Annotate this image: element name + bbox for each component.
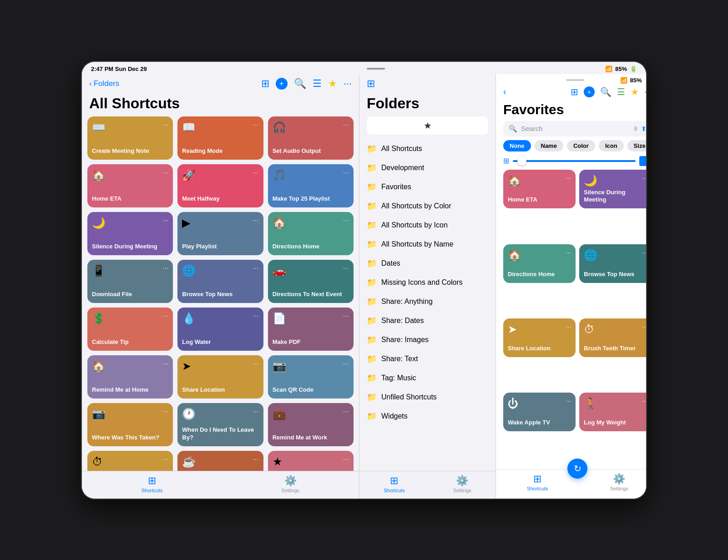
filter-name-button[interactable]: Name (535, 140, 563, 151)
folder-item-share-images[interactable]: 📁 Share: Images (359, 330, 495, 349)
fav-card-log-weight[interactable]: 🚶··· Log My Weight (579, 393, 646, 431)
folder-item-tag-music[interactable]: 📁 Tag: Music (359, 368, 495, 388)
layers-icon[interactable]: ⊞ (261, 78, 269, 90)
card-menu-icon[interactable]: ··· (253, 408, 258, 416)
back-to-folders[interactable]: ‹ Folders (89, 79, 119, 88)
fav-card-share-location[interactable]: ➤··· Share Location (503, 318, 576, 357)
right-layers-icon[interactable]: ⊞ (571, 86, 578, 97)
fav-card-browse-news[interactable]: 🌐··· Browse Top News (579, 244, 646, 283)
filter-none-button[interactable]: None (503, 140, 531, 151)
shortcut-card[interactable]: ⏱··· (87, 451, 173, 471)
card-menu-icon[interactable]: ··· (343, 455, 349, 464)
fav-menu-icon[interactable]: ··· (642, 174, 646, 182)
shortcut-card[interactable]: ➤··· Share Location (177, 355, 263, 399)
favorites-search-bar[interactable]: 🔍 Search 8 ⬆ (503, 121, 646, 136)
card-menu-icon[interactable]: ··· (162, 264, 168, 272)
right-search-icon[interactable]: 🔍 (600, 86, 612, 97)
filter-icon[interactable]: ☰ (313, 78, 322, 90)
folder-item-by-color[interactable]: 📁 All Shortcuts by Color (359, 197, 495, 216)
fav-menu-icon[interactable]: ··· (566, 397, 571, 404)
folder-item-share-text[interactable]: 📁 Share: Text (359, 349, 495, 368)
shortcut-card[interactable]: 💼··· Remind Me at Work (268, 403, 354, 446)
middle-layers-icon[interactable]: ⊞ (367, 78, 375, 90)
right-settings-tab[interactable]: ⚙️ Settings (610, 473, 628, 491)
shortcut-card[interactable]: 🕐··· When Do I Need To Leave By? (177, 403, 263, 446)
right-star-icon[interactable]: ★ (631, 86, 639, 97)
shortcut-card[interactable]: 🚗··· Directions To Next Event (268, 260, 354, 303)
shortcut-card[interactable]: 💧··· Log Water (177, 308, 263, 351)
fav-menu-icon[interactable]: ··· (642, 397, 646, 404)
card-menu-icon[interactable]: ··· (162, 360, 168, 368)
shortcut-card[interactable]: 🎧··· Set Audio Output (268, 116, 354, 160)
shortcut-card[interactable]: ★··· (268, 451, 354, 471)
folder-item-by-icon[interactable]: 📁 All Shortcuts by Icon (359, 216, 495, 235)
card-menu-icon[interactable]: ··· (253, 360, 258, 368)
filter-icon-button[interactable]: Icon (599, 140, 624, 151)
shortcut-card[interactable]: 📄··· Make PDF (268, 308, 354, 351)
fav-menu-icon[interactable]: ··· (642, 249, 646, 256)
card-menu-icon[interactable]: ··· (343, 360, 349, 368)
folder-item-share-anything[interactable]: 📁 Share: Anything (359, 292, 495, 311)
card-menu-icon[interactable]: ··· (162, 121, 168, 129)
card-menu-icon[interactable]: ··· (162, 312, 168, 320)
shortcut-card[interactable]: ▶··· Play Playlist (177, 212, 263, 255)
shortcut-card[interactable]: 📖··· Reading Mode (177, 116, 263, 160)
refresh-button[interactable]: ↻ (567, 459, 587, 479)
fav-menu-icon[interactable]: ··· (566, 174, 571, 182)
fav-card-brush-teeth[interactable]: ⏱··· Brush Teeth Timer (579, 318, 646, 357)
card-menu-icon[interactable]: ··· (343, 408, 349, 416)
middle-settings-tab[interactable]: ⚙️ Settings (453, 475, 471, 493)
card-menu-icon[interactable]: ··· (343, 312, 349, 320)
shortcut-card[interactable]: ☕··· ↻ (177, 451, 263, 471)
folder-item-favorites[interactable]: 📁 Favorites (359, 177, 495, 197)
folder-item-dates[interactable]: 📁 Dates (359, 254, 495, 273)
folder-item-missing-icons[interactable]: 📁 Missing Icons and Colors (359, 273, 495, 292)
settings-tab[interactable]: ⚙️ Settings (282, 475, 300, 493)
filter-color-button[interactable]: Color (567, 140, 595, 151)
shortcut-card[interactable]: 🏠··· Directions Home (268, 212, 354, 255)
shortcut-card[interactable]: 🏠··· Home ETA (87, 164, 173, 207)
card-menu-icon[interactable]: ··· (253, 169, 258, 177)
add-shortcut-button[interactable]: + (276, 78, 288, 90)
card-menu-icon[interactable]: ··· (253, 264, 258, 272)
card-menu-icon[interactable]: ··· (343, 264, 349, 272)
shortcut-card[interactable]: 🚀··· Meet Halfway (177, 164, 263, 207)
search-icon[interactable]: 🔍 (294, 78, 306, 90)
shortcut-card[interactable]: 📷··· Scan QR Code (268, 355, 354, 399)
shortcut-card[interactable]: ⌨️··· Create Meeting Note (87, 116, 173, 160)
right-add-button[interactable]: + (584, 86, 595, 97)
folder-item-share-dates[interactable]: 📁 Share: Dates (359, 311, 495, 330)
fav-card-home-eta[interactable]: 🏠··· Home ETA (503, 170, 576, 208)
card-menu-icon[interactable]: ··· (162, 169, 168, 177)
fav-card-silence[interactable]: 🌙··· Silence During Meeting (579, 170, 646, 209)
right-back-button[interactable]: ‹ (503, 86, 506, 97)
card-menu-icon[interactable]: ··· (162, 408, 168, 416)
middle-shortcuts-tab[interactable]: ⊞ Shortcuts (384, 475, 404, 493)
card-menu-icon[interactable]: ··· (253, 217, 258, 225)
shortcut-card[interactable]: 💲··· Calculate Tip (87, 308, 173, 351)
shortcuts-tab[interactable]: ⊞ Shortcuts (142, 475, 162, 493)
folder-star-search[interactable]: ★ (367, 116, 488, 135)
card-menu-icon[interactable]: ··· (253, 455, 258, 464)
right-more-icon[interactable]: ··· (644, 86, 646, 97)
folder-item-all-shortcuts[interactable]: 📁 All Shortcuts (359, 139, 495, 158)
folder-item-unfiled[interactable]: 📁 Unfiled Shortcuts (359, 388, 495, 407)
grid-size-slider[interactable] (513, 160, 636, 162)
fav-menu-icon[interactable]: ··· (566, 323, 571, 330)
card-menu-icon[interactable]: ··· (343, 121, 349, 129)
card-menu-icon[interactable]: ··· (162, 217, 168, 225)
more-icon[interactable]: ··· (344, 78, 352, 90)
shortcut-card[interactable]: 📱··· Download File (87, 260, 173, 303)
fav-menu-icon[interactable]: ··· (642, 323, 646, 330)
card-menu-icon[interactable]: ··· (343, 169, 349, 177)
right-filter-icon[interactable]: ☰ (617, 86, 625, 97)
shortcut-card[interactable]: 🎵··· Make Top 25 Playlist (268, 164, 354, 207)
folder-item-widgets[interactable]: 📁 Widgets (359, 407, 495, 426)
shortcut-card[interactable]: 📷··· Where Was This Taken? (87, 403, 173, 446)
folder-item-by-name[interactable]: 📁 All Shortcuts by Name (359, 235, 495, 254)
filter-size-button[interactable]: Size (627, 140, 646, 151)
card-menu-icon[interactable]: ··· (253, 312, 258, 320)
card-menu-icon[interactable]: ··· (162, 455, 168, 464)
shortcut-card[interactable]: 🏠··· Remind Me at Home (87, 355, 173, 399)
folder-item-development[interactable]: 📁 Development (359, 158, 495, 177)
